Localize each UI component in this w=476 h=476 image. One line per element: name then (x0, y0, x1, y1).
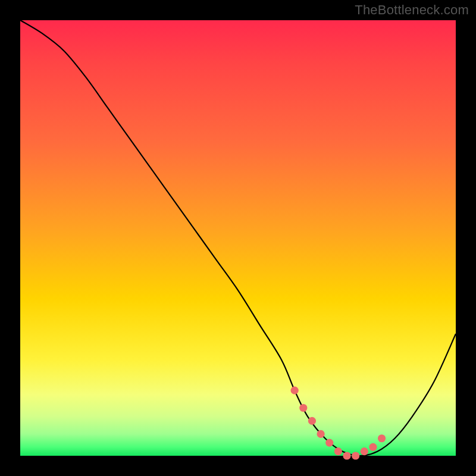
curve-svg (20, 20, 456, 456)
highlight-dot (334, 447, 342, 455)
watermark-label: TheBottleneck.com (355, 2, 469, 18)
highlight-dot (352, 452, 359, 459)
highlight-dot (299, 404, 307, 412)
bottleneck-curve-path (20, 20, 456, 456)
highlight-dot (317, 430, 324, 438)
highlight-dot (291, 387, 299, 394)
highlight-dot (361, 447, 368, 455)
chart-frame: TheBottleneck.com (0, 0, 476, 476)
plot-area (20, 20, 456, 456)
highlight-dot (369, 443, 377, 451)
highlight-dot (378, 434, 386, 442)
highlight-dot (325, 439, 333, 446)
highlight-dot (308, 417, 316, 425)
minimum-region-dots (291, 387, 386, 460)
highlight-dot (343, 452, 350, 459)
